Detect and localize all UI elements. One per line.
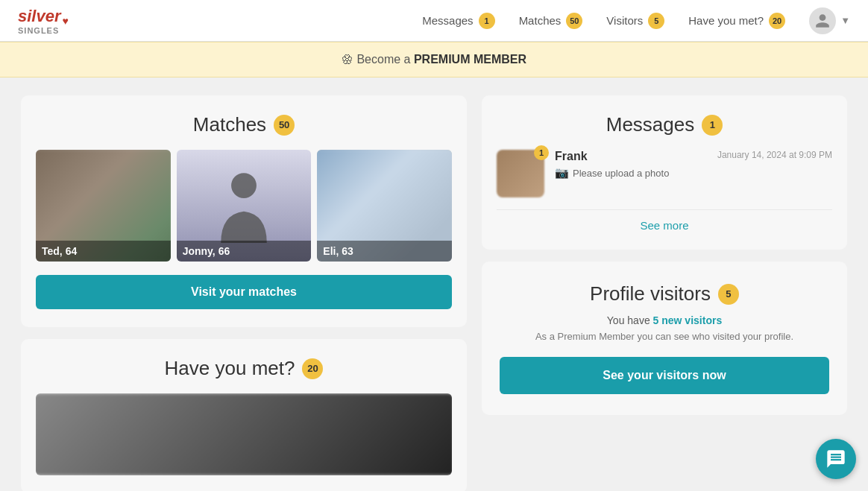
eli-label: Eli, 63: [317, 241, 452, 262]
hym-title-row: Have you met? 20: [36, 357, 452, 380]
banner-bold-text: PREMIUM MEMBER: [414, 53, 526, 66]
message-item[interactable]: 1 Frank January 14, 2024 at 9:09 PM 📷 Pl…: [497, 150, 832, 210]
visitors-note: As a Premium Member you can see who visi…: [500, 331, 829, 342]
header: silver SINGLES ♥ Messages 1 Matches 50 V…: [0, 0, 868, 42]
message-sender-name: Frank: [555, 150, 588, 163]
nav-hym-label: Have you met?: [688, 14, 764, 27]
messages-badge: 1: [479, 13, 495, 29]
logo-singles: SINGLES: [18, 26, 61, 35]
message-text: Please upload a photo: [573, 168, 669, 179]
nav-messages-label: Messages: [422, 14, 473, 27]
match-photo-jonny[interactable]: Jonny, 66: [177, 150, 312, 262]
matches-title: Matches: [193, 113, 266, 136]
visitors-sub-pre: You have: [607, 314, 650, 326]
nav-matches[interactable]: Matches 50: [519, 13, 583, 29]
match-photo-ted[interactable]: Ted, 64: [36, 150, 171, 262]
matches-badge: 50: [566, 13, 582, 29]
visitors-badge: 5: [648, 13, 664, 29]
see-visitors-button[interactable]: See your visitors now: [500, 357, 829, 394]
visit-matches-button[interactable]: Visit your matches: [36, 275, 452, 309]
banner-pre-text: Become a: [356, 53, 410, 66]
visitors-title-row: Profile visitors 5: [500, 282, 829, 305]
jonny-label: Jonny, 66: [177, 241, 312, 262]
ted-label: Ted, 64: [36, 241, 171, 262]
see-more-messages[interactable]: See more: [497, 219, 832, 232]
left-column: Matches 50 Ted, 64 Jonn: [21, 95, 467, 491]
logo-heart-icon: ♥: [63, 15, 69, 27]
visitors-sub-text: You have 5 new visitors: [500, 314, 829, 326]
user-avatar: [809, 7, 836, 34]
hym-badge: 20: [769, 13, 785, 29]
logo[interactable]: silver SINGLES ♥: [18, 7, 69, 35]
matches-title-row: Matches 50: [36, 113, 452, 136]
message-avatar: 1: [497, 150, 544, 197]
user-chevron-down-icon: ▼: [840, 15, 850, 26]
visitors-card: Profile visitors 5 You have 5 new visito…: [482, 262, 847, 415]
matches-card: Matches 50 Ted, 64 Jonn: [21, 95, 467, 327]
svg-point-0: [231, 173, 257, 198]
hym-preview-image: [36, 393, 452, 475]
premium-banner[interactable]: 🏵 Become a PREMIUM MEMBER: [0, 42, 868, 77]
messages-title: Messages: [606, 113, 695, 136]
messages-count-badge: 1: [702, 115, 723, 136]
user-menu[interactable]: ▼: [809, 7, 850, 34]
visitors-count-badge: 5: [718, 284, 739, 305]
nav-hym[interactable]: Have you met? 20: [688, 13, 785, 29]
main-content: Matches 50 Ted, 64 Jonn: [0, 77, 868, 491]
nav-visitors-label: Visitors: [606, 14, 643, 27]
messages-card: Messages 1 1 Frank January 14, 2024 at 9…: [482, 95, 847, 250]
chat-widget-button[interactable]: [816, 439, 856, 479]
visitors-title: Profile visitors: [590, 282, 711, 305]
message-unread-badge: 1: [534, 145, 549, 160]
nav-visitors[interactable]: Visitors 5: [606, 13, 664, 29]
right-column: Messages 1 1 Frank January 14, 2024 at 9…: [482, 95, 847, 491]
main-nav: Messages 1 Matches 50 Visitors 5 Have yo…: [422, 13, 785, 29]
camera-icon: 📷: [555, 166, 569, 180]
messages-title-row: Messages 1: [497, 113, 832, 136]
logo-silver: silver: [18, 7, 61, 25]
matches-count-badge: 50: [274, 115, 295, 136]
nav-matches-label: Matches: [519, 14, 562, 27]
match-photo-eli[interactable]: Eli, 63: [317, 150, 452, 262]
nav-messages[interactable]: Messages 1: [422, 13, 494, 29]
hym-card: Have you met? 20: [21, 339, 467, 491]
hym-title: Have you met?: [165, 357, 295, 380]
message-timestamp: January 14, 2024 at 9:09 PM: [717, 150, 832, 160]
crown-icon: 🏵: [342, 53, 353, 66]
visitors-highlight: 5 new visitors: [653, 314, 723, 326]
match-photos-row: Ted, 64 Jonny, 66 Eli, 63: [36, 150, 452, 262]
hym-count-badge: 20: [302, 358, 323, 379]
hym-preview-container: [36, 393, 452, 475]
message-content: Frank January 14, 2024 at 9:09 PM 📷 Plea…: [555, 150, 832, 180]
message-body: 📷 Please upload a photo: [555, 166, 832, 180]
message-header: Frank January 14, 2024 at 9:09 PM: [555, 150, 832, 163]
